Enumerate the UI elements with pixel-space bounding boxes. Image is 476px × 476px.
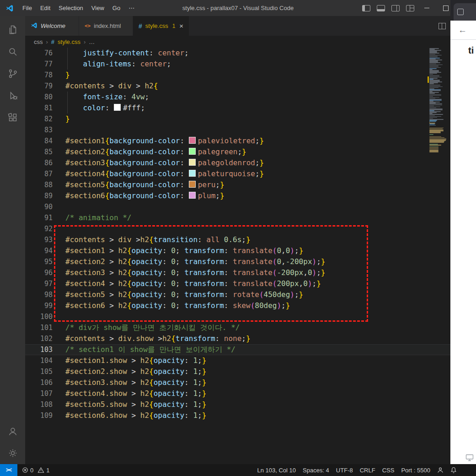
code-line-88[interactable]: 88#section5{background-color: peru;} xyxy=(25,179,450,190)
token: h2 xyxy=(118,279,127,288)
indentation[interactable]: Spaces: 4 xyxy=(303,467,329,474)
code-line-103[interactable]: 103/* section1 이 show를 만나면 보이게하기 */ xyxy=(25,344,450,355)
problems-indicator[interactable]: 0 1 xyxy=(22,467,49,474)
person-icon[interactable] xyxy=(437,467,444,473)
minimap[interactable] xyxy=(428,48,447,167)
maximize-button[interactable] xyxy=(443,5,449,11)
token: rotate xyxy=(233,290,259,299)
token: h2 xyxy=(118,257,127,266)
token: ; xyxy=(215,191,220,200)
code-line-82[interactable]: 82} xyxy=(25,114,450,124)
search-icon[interactable] xyxy=(2,41,24,63)
toggle-sidebar-right-icon[interactable] xyxy=(391,5,400,11)
menu-edit[interactable]: Edit xyxy=(36,0,54,16)
code-line-106[interactable]: 106#section3.show > h2{opacity: 1;} xyxy=(25,377,450,388)
menu-file[interactable]: File xyxy=(18,0,36,16)
extensions-icon[interactable] xyxy=(2,107,24,129)
toggle-panel-icon[interactable] xyxy=(377,5,385,11)
explorer-icon[interactable] xyxy=(2,19,24,41)
code-line-94[interactable]: 94#section1 > h2{opacity: 0; transform: … xyxy=(25,245,450,256)
code-line-84[interactable]: 84#section1{background-color: paleviolet… xyxy=(25,135,450,146)
tab-style-css[interactable]: #style.css1× xyxy=(133,16,189,36)
token: ; xyxy=(167,60,171,68)
minimap-line xyxy=(429,54,435,55)
settings-gear-icon[interactable] xyxy=(2,442,24,464)
browser-tab[interactable] xyxy=(454,3,476,21)
language-mode[interactable]: CSS xyxy=(382,467,395,474)
code-line-91[interactable]: 91/* animation */ xyxy=(25,212,450,223)
code-line-107[interactable]: 107#section4.show > h2{opacity: 1;} xyxy=(25,388,450,399)
code-line-76[interactable]: 76 justify-content: center; xyxy=(25,48,450,59)
code-line-105[interactable]: 105#section2.show > h2{opacity: 1;} xyxy=(25,366,450,377)
accounts-icon[interactable] xyxy=(2,420,24,442)
browser-toolbar: ← xyxy=(450,21,476,40)
breadcrumb-symbol[interactable]: … xyxy=(89,38,95,45)
live-server-port[interactable]: Port : 5500 xyxy=(401,467,430,474)
minimap-line xyxy=(429,94,441,95)
token: } xyxy=(246,334,251,343)
token: } xyxy=(220,191,225,200)
close-icon[interactable]: × xyxy=(179,22,183,29)
code-line-87[interactable]: 87#section4{background-color: paleturquo… xyxy=(25,168,450,179)
code-line-77[interactable]: 77 align-items: center; xyxy=(25,59,450,70)
token: ; xyxy=(255,158,260,167)
code-line-93[interactable]: 93#contents > div >h2{transition: all 0.… xyxy=(25,234,450,245)
code-line-85[interactable]: 85#section2{background-color: palegreen;… xyxy=(25,146,450,157)
breadcrumb-file[interactable]: style.css xyxy=(58,38,80,45)
minimize-button[interactable] xyxy=(424,8,429,8)
code-line-104[interactable]: 104#section1.show > h2{opacity: 1;} xyxy=(25,355,450,366)
code-editor[interactable]: 76 justify-content: center;77 align-item… xyxy=(25,48,450,464)
browser-tab-favicon xyxy=(457,9,464,15)
code-line-89[interactable]: 89#section6{background-color: plum;} xyxy=(25,190,450,201)
code-line-90[interactable]: 90 xyxy=(25,201,450,212)
code-line-99[interactable]: 99#section6 > h2{opacity: 0; transform: … xyxy=(25,300,450,311)
code-line-95[interactable]: 95#section2 > h2{opacity: 0; transform: … xyxy=(25,256,450,267)
breadcrumb-folder[interactable]: css xyxy=(34,38,43,45)
cursor-position[interactable]: Ln 103, Col 10 xyxy=(257,467,296,474)
token: > xyxy=(105,268,118,277)
token: div xyxy=(118,81,132,90)
token: > xyxy=(105,257,118,266)
tab-welcome[interactable]: Welcome xyxy=(25,16,79,36)
code-line-83[interactable]: 83 xyxy=(25,124,450,135)
token: : xyxy=(180,180,188,189)
code-line-102[interactable]: 102#contents > div.show >h2{transform: n… xyxy=(25,333,450,344)
source-control-icon[interactable] xyxy=(2,63,24,85)
menu-⋯[interactable]: ⋯ xyxy=(124,0,139,16)
browser-back-icon[interactable]: ← xyxy=(458,26,467,34)
menu-view[interactable]: View xyxy=(87,0,108,16)
bell-icon[interactable] xyxy=(450,467,457,473)
line-number: 103 xyxy=(25,344,53,355)
token: > xyxy=(132,81,145,90)
code-line-101[interactable]: 101/* div가 show를 만나면 초기화시킬 것이다. */ xyxy=(25,322,450,333)
menu-selection[interactable]: Selection xyxy=(54,0,87,16)
encoding[interactable]: UTF-8 xyxy=(336,467,353,474)
code-line-81[interactable]: 81 color: #fff; xyxy=(25,103,450,114)
token: #contents xyxy=(65,81,105,90)
token: opacity xyxy=(132,279,162,288)
code-line-96[interactable]: 96#section3 > h2{opacity: 0; transform: … xyxy=(25,267,450,278)
code-line-97[interactable]: 97#section4 > h2{opacity: 0; transform: … xyxy=(25,278,450,289)
tab-index-html[interactable]: <>index.html xyxy=(79,16,133,36)
split-editor-icon[interactable] xyxy=(439,23,446,29)
tab-label: Welcome xyxy=(41,22,65,29)
remote-indicator[interactable]: >< xyxy=(0,464,17,476)
toggle-sidebar-left-icon[interactable] xyxy=(362,5,370,11)
code-line-86[interactable]: 86#section3{background-color: palegolden… xyxy=(25,157,450,168)
code-line-78[interactable]: 78} xyxy=(25,70,450,81)
token: h2 xyxy=(118,268,127,277)
code-line-98[interactable]: 98#section5 > h2{opacity: 0; transform: … xyxy=(25,289,450,300)
eol[interactable]: CRLF xyxy=(360,467,375,474)
menu-bar: FileEditSelectionViewGo⋯ xyxy=(18,0,139,16)
run-debug-icon[interactable] xyxy=(2,85,24,107)
line-number: 77 xyxy=(25,59,53,70)
code-line-79[interactable]: 79#contents > div > h2{ xyxy=(25,81,450,92)
code-line-109[interactable]: 109#section6.show > h2{opacity: 1;} xyxy=(25,410,450,421)
code-line-80[interactable]: 80 font-size: 4vw; xyxy=(25,92,450,103)
code-line-92[interactable]: 92 xyxy=(25,223,450,234)
code-line-108[interactable]: 108#section5.show > h2{opacity: 1;} xyxy=(25,399,450,410)
menu-go[interactable]: Go xyxy=(108,0,124,16)
status-items: Ln 103, Col 10Spaces: 4UTF-8CRLFCSSPort … xyxy=(257,467,430,474)
code-line-100[interactable]: 100 xyxy=(25,311,450,322)
customize-layout-icon[interactable] xyxy=(406,5,414,11)
